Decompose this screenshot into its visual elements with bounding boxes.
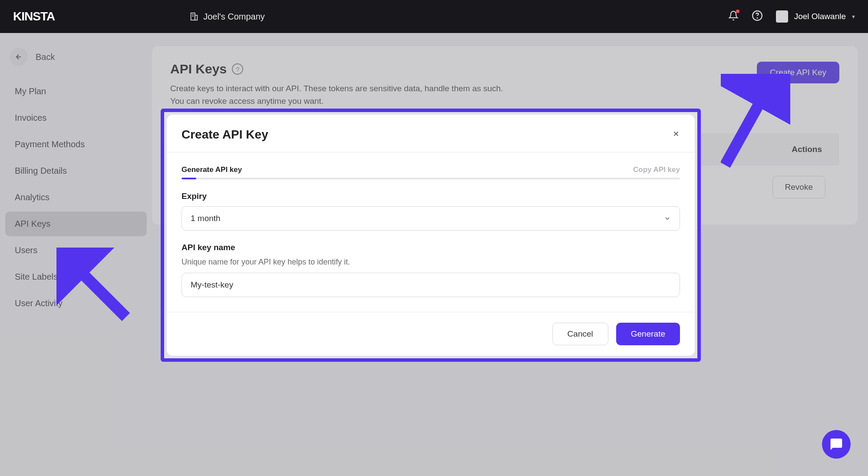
chat-icon [829,437,843,451]
modal-title: Create API Key [182,128,268,142]
modal-highlight-frame: Create API Key Generate API key Copy API… [161,109,701,362]
sidebar-item-invoices[interactable]: Invoices [5,106,147,130]
expiry-value: 1 month [191,214,221,223]
generate-button[interactable]: Generate [616,323,680,345]
logo: KINSTA [13,10,55,23]
step-copy: Copy API key [633,165,680,174]
notifications-button[interactable] [728,10,739,23]
close-icon [672,130,680,138]
expiry-label: Expiry [182,192,680,201]
page-subtitle: Create keys to interact with our API. Th… [170,83,503,107]
chat-button[interactable] [822,430,851,459]
chevron-down-icon [664,215,671,222]
sidebar-item-billing-details[interactable]: Billing Details [5,159,147,183]
api-key-name-input[interactable] [182,273,680,297]
arrow-left-icon [15,53,23,61]
create-api-key-modal: Create API Key Generate API key Copy API… [167,115,695,356]
sidebar-item-my-plan[interactable]: My Plan [5,79,147,104]
company-name: Joel's Company [203,12,265,22]
step-progress-fill [182,178,196,179]
company-selector[interactable]: Joel's Company [189,12,265,22]
sidebar-item-analytics[interactable]: Analytics [5,185,147,210]
back-label: Back [36,52,55,62]
sidebar-item-api-keys[interactable]: API Keys [5,212,147,236]
chevron-down-icon: ▾ [852,13,855,20]
notification-dot [736,10,739,13]
svg-rect-1 [195,15,198,20]
help-button[interactable] [752,10,763,23]
sidebar-item-users[interactable]: Users [5,238,147,263]
help-icon [752,10,763,21]
column-header-actions: Actions [792,145,822,154]
modal-close-button[interactable] [672,129,680,140]
api-key-name-hint: Unique name for your API key helps to id… [182,258,680,267]
cancel-button[interactable]: Cancel [552,323,608,345]
building-icon [189,12,199,21]
sidebar: Back My Plan Invoices Payment Methods Bi… [0,33,152,476]
top-bar: KINSTA Joel's Company Joel Olawanle ▾ [0,0,868,33]
step-generate: Generate API key [182,165,242,174]
back-button[interactable] [10,48,28,66]
create-api-key-button[interactable]: Create API Key [757,62,839,83]
page-help-icon[interactable]: ? [232,63,243,75]
api-key-name-label: API key name [182,243,680,252]
revoke-button[interactable]: Revoke [772,176,825,198]
user-name: Joel Olawanle [794,12,846,21]
svg-point-5 [757,18,757,18]
sidebar-item-payment-methods[interactable]: Payment Methods [5,132,147,157]
user-menu[interactable]: Joel Olawanle ▾ [776,10,855,23]
step-progress-bar [182,178,680,179]
step-indicator: Generate API key Copy API key [182,165,680,174]
page-title: API Keys [170,62,227,76]
expiry-select[interactable]: 1 month [182,206,680,231]
sidebar-item-site-labels[interactable]: Site Labels [5,264,147,289]
sidebar-item-user-activity[interactable]: User Activity [5,291,147,316]
avatar [776,10,788,23]
